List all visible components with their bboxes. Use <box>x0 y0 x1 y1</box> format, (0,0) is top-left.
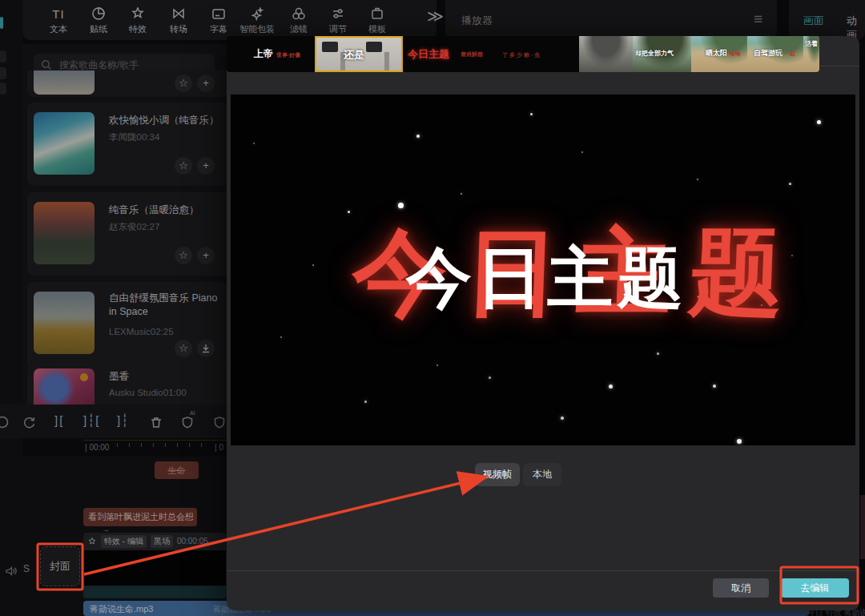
effects-icon <box>115 5 160 22</box>
particle <box>280 336 282 338</box>
tool-text[interactable]: TI 文本 <box>36 5 81 35</box>
particle <box>348 211 350 213</box>
timeline-tracks: 生命 看到落叶飘进泥土时总会想 → 特效 - 编辑 黑场 00:00:05. 蒋… <box>0 457 227 616</box>
particle <box>530 113 533 115</box>
player-panel: 播放器 ≡ <box>445 0 777 40</box>
go-edit-button[interactable]: 去编辑 <box>781 578 849 598</box>
download-button[interactable] <box>197 340 215 357</box>
video-clip-audio-strip[interactable] <box>83 586 227 598</box>
video-clip-header[interactable]: 特效 - 编辑 黑场 00:00:05. <box>83 533 227 550</box>
add-button[interactable]: + <box>197 247 215 264</box>
add-button[interactable]: + <box>197 157 215 175</box>
undo-icon[interactable] <box>0 413 11 433</box>
music-card[interactable]: 纯音乐（温暖治愈） 赵东俊02:27 ☆ + <box>27 192 229 276</box>
rail-item[interactable] <box>0 50 6 62</box>
top-toolbar: TI 文本 贴纸 特效 转场 字幕 智能包装 滤镜 调节 <box>22 0 437 40</box>
ruler-ticks <box>117 443 213 447</box>
particle <box>461 193 462 195</box>
rail-item[interactable] <box>0 67 6 79</box>
inspector-tabs: 画面 动画 <box>789 0 865 40</box>
music-card[interactable]: 自由舒缓氛围音乐 Piano in Space LEXMusic02:25 ☆ <box>27 282 229 368</box>
frame-thumb[interactable] <box>579 36 633 72</box>
ruler-label: | 0 <box>215 443 223 452</box>
tool-sticker[interactable]: 贴纸 <box>76 5 121 35</box>
video-clip-body[interactable] <box>83 550 227 586</box>
cover-select-dialog: 封面选择 今日主题 今日主题 视频帧 本地 上帝 世界·好像 还是 今日主题 最… <box>227 36 859 610</box>
mute-track-icon[interactable] <box>4 564 18 582</box>
music-card[interactable]: 墨香 Ausku Studio01:00 <box>27 363 229 405</box>
add-button[interactable]: + <box>197 74 215 92</box>
frame-thumb[interactable]: 自驾游玩 一起 <box>747 36 803 72</box>
music-meta: LEXMusic02:25 <box>109 327 174 336</box>
text-icon: TI <box>36 5 81 22</box>
favorite-button[interactable]: ☆ <box>175 157 192 175</box>
adjust-icon <box>316 5 360 22</box>
text-clip[interactable]: 看到落叶飘进泥土时总会想 <box>83 508 197 526</box>
audio-clip-label: 蒋勋说生命.mp3 <box>90 603 153 615</box>
favorite-button[interactable]: ☆ <box>175 247 192 264</box>
tab-local[interactable]: 本地 <box>523 463 561 486</box>
frame-thumb[interactable]: 了多少称·生 <box>491 36 579 72</box>
music-title: 墨香 <box>109 370 225 384</box>
more-tools-icon[interactable]: ≫ <box>427 6 444 26</box>
tool-template[interactable]: 模板 <box>355 5 400 35</box>
favorite-button[interactable]: ☆ <box>175 340 192 357</box>
frame-thumb[interactable]: 上帝 世界·好像 <box>227 36 315 72</box>
particle <box>737 439 742 444</box>
particle <box>789 183 791 185</box>
search-input[interactable] <box>58 58 208 71</box>
music-thumbnail <box>34 292 95 354</box>
player-menu-icon[interactable]: ≡ <box>754 10 762 28</box>
particle <box>437 364 438 366</box>
split-left-icon[interactable]: ]┆[ <box>83 413 99 428</box>
particle <box>489 376 491 379</box>
music-title: 纯音乐（温暖治愈） <box>109 203 225 217</box>
delete-icon[interactable] <box>147 413 165 433</box>
effect-tag: 特效 - 编辑 <box>101 535 147 548</box>
app-window: TI 文本 贴纸 特效 转场 字幕 智能包装 滤镜 调节 <box>0 0 865 616</box>
frame-strip[interactable]: 上帝 世界·好像 还是 今日主题 最难解题 了多少称·生 却把全部力气 晒太阳 … <box>227 36 819 72</box>
shield-ai-icon[interactable]: AI <box>179 413 197 433</box>
cover-button[interactable]: 封面 <box>40 546 80 586</box>
tool-adjust[interactable]: 调节 <box>316 5 360 35</box>
tab-picture[interactable]: 画面 <box>803 14 824 28</box>
player-title: 播放器 <box>461 14 493 28</box>
timeline-ruler[interactable]: | 00:00 | 0 <box>80 439 227 457</box>
particle <box>609 384 613 389</box>
frame-thumb-selected[interactable]: 还是 <box>315 36 403 72</box>
rail-item[interactable] <box>0 83 6 95</box>
divider <box>227 570 859 571</box>
music-title: 欢快愉悦小调（纯音乐） <box>109 114 225 127</box>
tool-effects[interactable]: 特效 <box>115 5 160 35</box>
cancel-button[interactable]: 取消 <box>713 578 769 598</box>
filter-icon <box>276 5 321 22</box>
transition-icon <box>156 5 201 22</box>
music-card-partial[interactable]: ☆ + <box>27 70 229 97</box>
tool-filter[interactable]: 滤镜 <box>276 5 321 35</box>
frame-thumb[interactable]: 今日主题 最难解题 <box>403 36 491 72</box>
solo-track-label[interactable]: S <box>23 563 30 574</box>
sun-dot <box>80 373 88 381</box>
tab-video-frame[interactable]: 视频帧 <box>475 463 520 486</box>
tool-smart-pack[interactable]: 智能包装 <box>235 5 280 35</box>
download-icon <box>200 343 211 354</box>
tool-transition[interactable]: 转场 <box>156 5 201 35</box>
split-right-icon[interactable]: ]┆ <box>117 413 129 428</box>
frame-image <box>360 38 403 72</box>
frame-thumb[interactable]: 活着 <box>803 36 819 72</box>
frame-thumb[interactable]: 却把全部力气 <box>633 36 691 72</box>
music-thumbnail <box>34 202 95 264</box>
shield-icon[interactable] <box>211 413 227 433</box>
redo-icon[interactable] <box>21 413 38 433</box>
favorite-button[interactable]: ☆ <box>175 74 192 92</box>
sticker-icon <box>76 5 121 22</box>
frame-thumb[interactable]: 晒太阳 哈哈 <box>691 36 747 72</box>
search-icon <box>40 58 53 71</box>
blackout-tag: 黑场 <box>151 535 173 548</box>
music-card[interactable]: 欢快愉悦小调（纯音乐） 李闻陇00:34 ☆ + <box>27 103 229 186</box>
particle <box>364 401 367 403</box>
music-meta: 赵东俊02:27 <box>109 221 159 233</box>
split-icon[interactable]: ][ <box>54 413 64 427</box>
particle <box>817 120 821 124</box>
text-clip[interactable]: 生命 <box>155 461 199 479</box>
